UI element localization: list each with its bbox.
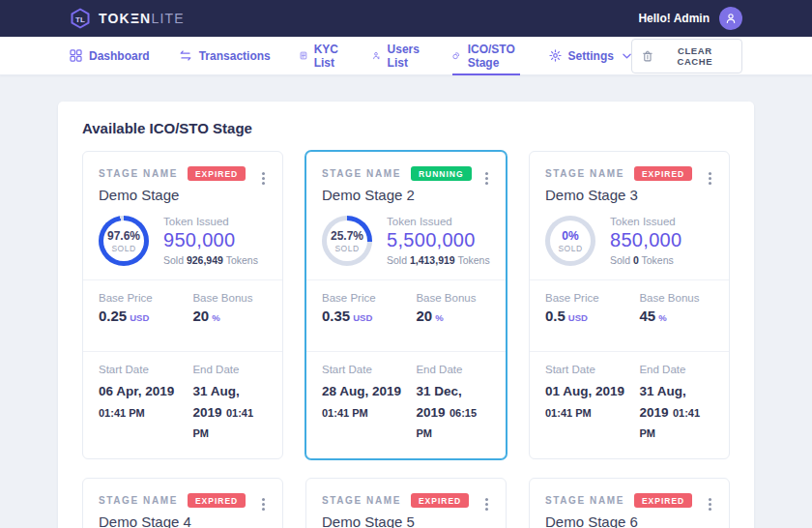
nav-item-kyc-list[interactable]: KYC List: [300, 37, 343, 75]
card-body: 97.6% SOLD Token Issued 950,000 Sold 926…: [83, 203, 282, 266]
brand-name: TOKΞNLITE: [99, 11, 185, 26]
base-price-value: 0.5USD: [545, 308, 639, 324]
nav-item-users-list[interactable]: Users List: [372, 37, 423, 75]
nav-label: ICO/STO Stage: [468, 43, 520, 70]
dates-row: Start Date 28 Aug, 2019 01:41 PM End Dat…: [306, 351, 506, 458]
chevron-down-icon: [623, 53, 631, 59]
stage-title: Demo Stage 6: [545, 513, 713, 528]
dashboard-grid-icon: [70, 49, 82, 62]
kebab-menu-icon[interactable]: [704, 170, 715, 186]
base-bonus-label: Base Bonus: [192, 292, 267, 304]
usd-unit: USD: [353, 312, 372, 323]
sold-caption: SOLD: [111, 244, 135, 253]
tokens-suffix: Tokens: [457, 254, 489, 266]
stage-name-label: STAGE NAME: [322, 168, 401, 179]
tokens-suffix: Tokens: [226, 254, 258, 266]
token-issued-label: Token Issued: [610, 216, 682, 227]
clear-cache-button[interactable]: CLEAR CACHE: [631, 39, 742, 73]
status-badge: EXPIRED: [188, 493, 246, 508]
token-issued-label: Token Issued: [387, 216, 490, 227]
nav-label: Users List: [388, 43, 424, 70]
start-date-value: 01 Aug, 2019 01:41 PM: [545, 380, 639, 422]
user-icon: [372, 49, 380, 62]
token-issued-value: 950,000: [163, 229, 258, 251]
sold-prefix: Sold: [610, 254, 630, 266]
percent-unit: %: [658, 312, 666, 323]
end-date-value: 31 Dec, 2019 06:15 PM: [416, 380, 490, 443]
stage-title: Demo Stage 5: [322, 513, 490, 528]
stage-card: STAGE NAME EXPIRED Demo Stage 6 0% SOLD …: [529, 478, 730, 528]
price-bonus-row: Base Price 0.5USD Base Bonus 45%: [530, 279, 729, 337]
base-bonus-value: 45%: [639, 308, 713, 324]
topbar: TL TOKΞNLITE Hello! Admin: [0, 0, 812, 37]
sold-prefix: Sold: [163, 254, 184, 266]
person-icon: [724, 12, 738, 25]
nav-item-transactions[interactable]: Transactions: [179, 37, 271, 75]
start-date-label: Start Date: [322, 364, 416, 375]
gear-icon: [549, 49, 562, 62]
usd-unit: USD: [130, 312, 149, 323]
stage-name-label: STAGE NAME: [545, 495, 624, 506]
end-date-value: 31 Aug, 2019 01:41 PM: [639, 380, 713, 443]
status-badge: EXPIRED: [634, 166, 692, 181]
stage-name-label: STAGE NAME: [99, 168, 178, 179]
stage-title: Demo Stage 3: [545, 187, 713, 203]
nav-item-settings[interactable]: Settings: [549, 37, 631, 75]
sold-caption: SOLD: [558, 244, 582, 253]
sold-prefix: Sold: [387, 254, 407, 266]
greeting-text: Hello! Admin: [638, 12, 710, 25]
status-badge: EXPIRED: [411, 493, 469, 508]
status-badge: RUNNING: [411, 166, 472, 181]
trash-icon: [643, 50, 652, 62]
user-avatar[interactable]: [719, 7, 742, 30]
start-date-value: 06 Apr, 2019 01:41 PM: [99, 380, 192, 422]
usd-unit: USD: [568, 312, 588, 323]
nav-label: Transactions: [199, 49, 271, 63]
card-header: STAGE NAME EXPIRED Demo Stage 6: [530, 479, 729, 528]
content-area: Available ICO/STO Stage STAGE NAME EXPIR…: [0, 75, 812, 528]
stage-card: STAGE NAME EXPIRED Demo Stage 3 0% SOLD …: [529, 151, 730, 459]
stage-title: Demo Stage 2: [322, 187, 490, 203]
price-bonus-row: Base Price 0.35USD Base Bonus 20%: [306, 279, 506, 337]
stage-card: STAGE NAME RUNNING Demo Stage 2 25.7% SO…: [305, 151, 507, 459]
end-date-label: End Date: [192, 364, 267, 375]
nav-item-ico-sto-stage[interactable]: ICO/STO Stage: [452, 37, 519, 75]
dates-row: Start Date 01 Aug, 2019 01:41 PM End Dat…: [530, 351, 729, 458]
stage-title: Demo Stage 4: [99, 513, 267, 528]
nav-label: KYC List: [314, 43, 343, 70]
sold-amount: 1,413,919: [410, 254, 455, 266]
base-bonus-value: 20%: [192, 308, 267, 324]
kebab-menu-icon[interactable]: [704, 497, 715, 513]
token-issued-label: Token Issued: [163, 216, 258, 227]
stage-card-grid: STAGE NAME EXPIRED Demo Stage 97.6% SOLD…: [58, 151, 754, 528]
sold-tokens-line: Sold 1,413,919 Tokens: [387, 254, 490, 266]
kebab-menu-icon[interactable]: [480, 170, 492, 186]
base-price-label: Base Price: [322, 292, 416, 304]
kebab-menu-icon[interactable]: [480, 497, 492, 513]
percent-unit: %: [212, 312, 219, 323]
kebab-menu-icon[interactable]: [257, 497, 269, 513]
sold-tokens-line: Sold 926,949 Tokens: [163, 254, 258, 266]
brand-logo: TL TOKΞNLITE: [70, 8, 185, 29]
progress-percent: 25.7%: [331, 229, 363, 243]
token-issued-value: 850,000: [610, 229, 682, 251]
percent-unit: %: [435, 312, 443, 323]
start-date-label: Start Date: [545, 364, 639, 375]
tokens-suffix: Tokens: [642, 254, 674, 266]
swap-arrows-icon: [179, 49, 192, 62]
progress-percent: 97.6%: [107, 229, 140, 243]
base-price-label: Base Price: [99, 292, 192, 304]
card-body: 25.7% SOLD Token Issued 5,500,000 Sold 1…: [306, 203, 506, 266]
stages-panel: Available ICO/STO Stage STAGE NAME EXPIR…: [58, 102, 754, 528]
stage-name-label: STAGE NAME: [322, 495, 401, 506]
main-navigation: Dashboard Transactions KYC List: [0, 37, 812, 75]
stage-name-label: STAGE NAME: [545, 168, 624, 179]
kebab-menu-icon[interactable]: [257, 170, 269, 186]
nav-item-dashboard[interactable]: Dashboard: [70, 37, 150, 75]
base-bonus-label: Base Bonus: [416, 292, 490, 304]
base-price-label: Base Price: [545, 292, 639, 304]
start-date-value: 28 Aug, 2019 01:41 PM: [322, 380, 416, 422]
stage-card: STAGE NAME EXPIRED Demo Stage 4 0% SOLD …: [82, 478, 283, 528]
document-list-icon: [300, 49, 307, 62]
end-date-label: End Date: [639, 364, 713, 375]
